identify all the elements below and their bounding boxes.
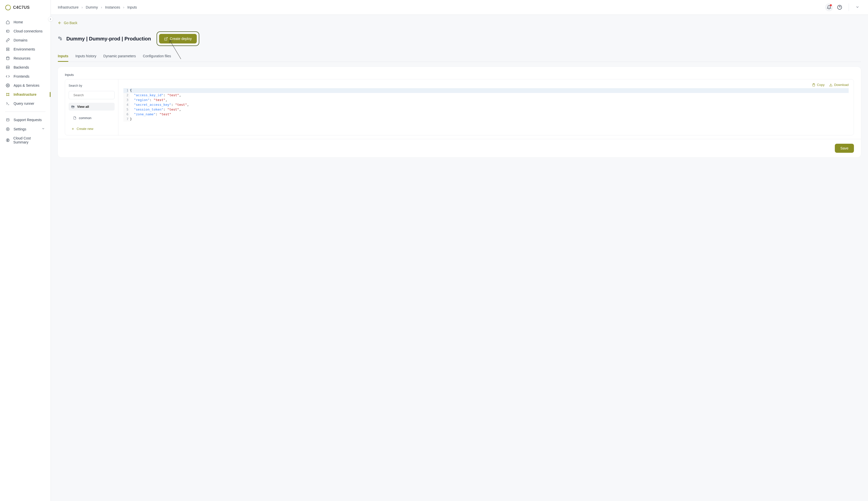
nodes-icon	[6, 93, 10, 96]
svg-rect-6	[6, 66, 9, 67]
chevron-down-icon	[41, 127, 45, 131]
svg-point-5	[7, 57, 9, 58]
help-icon	[837, 5, 842, 10]
sidebar-item-settings[interactable]: Settings	[0, 124, 51, 134]
sidebar-item-cloud-connections[interactable]: Cloud connections	[0, 26, 51, 36]
svg-rect-23	[60, 39, 62, 40]
sidebar-item-domains[interactable]: Domains	[0, 36, 51, 45]
tab-inputs-history[interactable]: Inputs history	[75, 52, 96, 62]
create-new-label: Create new	[77, 127, 93, 131]
nav-main: Home Cloud connections Domains Environme…	[0, 15, 51, 501]
home-icon	[6, 20, 10, 24]
notifications-button[interactable]	[825, 3, 833, 11]
chevron-left-icon	[49, 18, 52, 20]
chevron-right-icon: ›	[82, 5, 83, 9]
inputs-panel: Inputs Search by View all	[58, 67, 861, 157]
sidebar-collapse-button[interactable]	[48, 17, 53, 22]
breadcrumb-item[interactable]: Infrastructure	[58, 5, 78, 9]
sidebar-item-support[interactable]: Support Requests	[0, 115, 51, 124]
create-deploy-button[interactable]: Create deploy	[159, 34, 197, 43]
nav-separator	[5, 111, 45, 112]
sidebar-item-query-runner[interactable]: Query runner	[0, 99, 51, 108]
sidebar-item-label: Cloud connections	[13, 29, 42, 33]
copy-button[interactable]: Copy	[812, 83, 825, 87]
svg-line-24	[166, 37, 167, 39]
page-title-bar: Dummy | Dummy-prod | Production Create d…	[58, 31, 861, 46]
clipboard-icon	[812, 83, 815, 87]
sidebar-item-label: Settings	[13, 127, 27, 131]
sidebar-item-frontends[interactable]: Frontends	[0, 72, 51, 81]
chevron-right-icon: ›	[123, 5, 124, 9]
folder-open-icon	[71, 105, 75, 108]
search-box[interactable]	[68, 91, 115, 99]
search-label: Search by	[68, 84, 115, 87]
search-input[interactable]	[73, 93, 116, 97]
layers-icon	[6, 47, 10, 51]
panel-title: Inputs	[58, 67, 861, 79]
dollar-icon	[6, 138, 10, 142]
svg-point-17	[6, 128, 9, 131]
tab-label: Configuration files	[143, 54, 171, 58]
svg-point-2	[7, 31, 7, 31]
save-button[interactable]: Save	[835, 144, 854, 153]
go-back-link[interactable]: Go Back	[58, 21, 77, 25]
view-all-item[interactable]: View all	[68, 103, 115, 110]
settings-icon	[6, 127, 10, 131]
sidebar-item-label: Backends	[13, 65, 29, 70]
svg-point-8	[7, 85, 8, 86]
gear-icon	[6, 83, 10, 87]
sidebar-item-label: Frontends	[13, 74, 29, 78]
view-all-label: View all	[77, 105, 89, 108]
download-icon	[829, 83, 833, 87]
terminal-icon	[6, 102, 10, 106]
tab-dynamic-parameters[interactable]: Dynamic parameters	[103, 52, 136, 62]
breadcrumb-item[interactable]: Dummy	[86, 5, 98, 9]
tab-inputs[interactable]: Inputs	[58, 52, 68, 62]
breadcrumb-item[interactable]: Instances	[105, 5, 120, 9]
sidebar-item-label: Query runner	[13, 102, 34, 106]
tab-label: Dynamic parameters	[103, 54, 136, 58]
create-new-button[interactable]: Create new	[68, 125, 115, 131]
brand-text: C4C7US	[13, 5, 30, 10]
server-icon	[6, 65, 10, 70]
sidebar: C4C7US Home Cloud connections Domains	[0, 0, 51, 501]
external-link-icon	[164, 37, 168, 41]
sidebar-item-home[interactable]: Home	[0, 18, 51, 26]
sidebar-item-apps-services[interactable]: Apps & Services	[0, 81, 51, 90]
code-icon	[6, 74, 10, 78]
code-editor[interactable]: 1234567 { "access_key_id": "test", "regi…	[124, 88, 849, 121]
plus-icon	[71, 127, 75, 131]
arrow-left-icon	[58, 21, 62, 25]
tab-configuration-files[interactable]: Configuration files	[143, 52, 171, 62]
file-item-common[interactable]: common	[68, 114, 115, 122]
svg-rect-4	[7, 50, 9, 51]
sidebar-item-backends[interactable]: Backends	[0, 63, 51, 72]
svg-rect-22	[59, 37, 60, 38]
download-label: Download	[834, 83, 849, 87]
content-area: Go Back Dummy | Dummy-prod | Production …	[51, 15, 868, 501]
page-title: Dummy | Dummy-prod | Production	[66, 36, 151, 42]
tab-label: Inputs history	[75, 54, 96, 58]
help-button[interactable]	[836, 3, 844, 11]
create-deploy-label: Create deploy	[170, 37, 192, 41]
sidebar-item-label: Environments	[13, 47, 35, 51]
download-button[interactable]: Download	[829, 83, 849, 87]
svg-point-10	[9, 93, 9, 94]
sidebar-item-environments[interactable]: Environments	[0, 45, 51, 54]
breadcrumb: Infrastructure › Dummy › Instances › Inp…	[58, 5, 137, 9]
account-menu-button[interactable]	[854, 3, 861, 11]
sidebar-item-label: Support Requests	[13, 118, 42, 122]
svg-point-9	[7, 93, 7, 94]
brand-logo[interactable]: C4C7US	[0, 0, 51, 15]
link-icon	[6, 38, 10, 42]
divider	[849, 3, 849, 11]
sidebar-item-cost-summary[interactable]: Cloud Cost Summary	[0, 134, 51, 147]
sidebar-item-label: Resources	[13, 56, 30, 60]
file-label: common	[79, 116, 92, 120]
stack-icon	[6, 56, 10, 60]
breadcrumb-item[interactable]: Inputs	[127, 5, 137, 9]
svg-rect-7	[6, 67, 9, 68]
sidebar-item-resources[interactable]: Resources	[0, 54, 51, 63]
chevron-right-icon: ›	[101, 5, 102, 9]
sidebar-item-infrastructure[interactable]: Infrastructure	[0, 90, 51, 99]
